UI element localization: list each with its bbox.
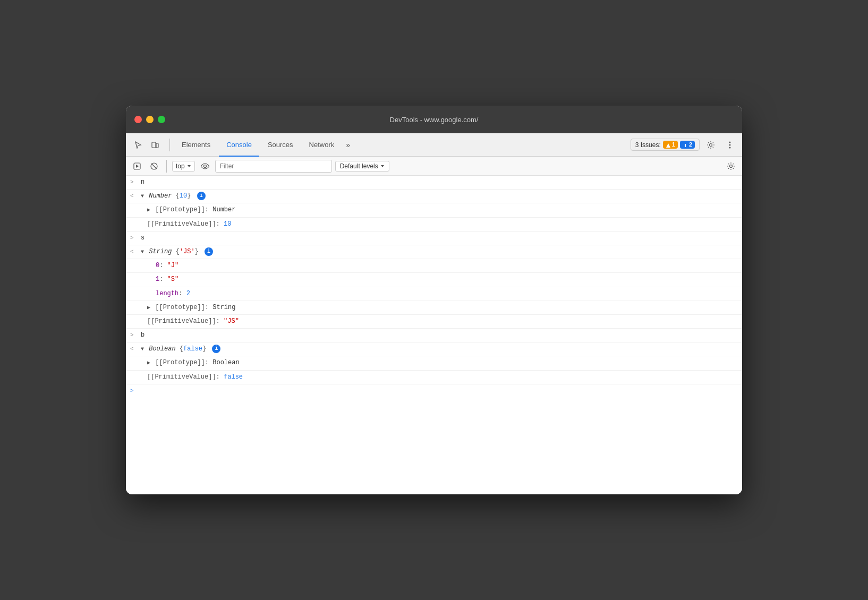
toolbar-right: 3 Issues: 1 2 [631, 137, 738, 153]
run-script-button[interactable] [130, 159, 144, 173]
bool-info-icon[interactable]: i [212, 345, 220, 353]
string-primitive-row: [[PrimitiveValue]]: "JS" [126, 315, 742, 329]
issues-badge[interactable]: 3 Issues: 1 2 [631, 139, 700, 150]
svg-rect-3 [685, 144, 686, 145]
tab-nav: Elements Console Sources Network » [174, 133, 628, 156]
expand-number-prototype[interactable] [147, 205, 150, 215]
expand-string-obj[interactable] [141, 247, 144, 257]
clear-console-button[interactable] [147, 159, 161, 173]
number-class-name: Number [149, 192, 175, 200]
string-prototype-key: [[Prototype]]: [155, 304, 212, 311]
number-primitive-row: [[PrimitiveValue]]: 10 [126, 218, 742, 232]
context-selector[interactable]: top [172, 161, 195, 172]
number-prototype-value: Number [212, 206, 235, 213]
string-length-key: length [156, 290, 178, 297]
tab-console[interactable]: Console [219, 134, 259, 157]
svg-point-4 [710, 143, 712, 146]
cursor-tool-button[interactable] [130, 137, 146, 153]
number-primitive-value: 10 [224, 220, 231, 228]
devtools-window: DevTools - www.google.com/ Elements Cons… [126, 106, 742, 494]
expand-bool-obj[interactable] [141, 344, 144, 354]
string-prototype-row: [[Prototype]]: String [126, 301, 742, 315]
bool-prototype-row: [[Prototype]]: Boolean [126, 356, 742, 370]
expand-bool-prototype[interactable] [147, 358, 150, 368]
svg-line-10 [151, 164, 157, 169]
string-idx1-value: "S" [167, 276, 179, 283]
prompt-arrow: > [130, 387, 134, 396]
filter-input[interactable] [215, 160, 332, 173]
console-toolbar: top Default levels [126, 157, 742, 176]
output-arrow-bool: < [130, 345, 134, 354]
svg-point-11 [203, 165, 206, 167]
settings-button[interactable] [703, 137, 719, 153]
string-value: 'JS' [180, 248, 195, 255]
console-input-n: > n [126, 176, 742, 190]
string-length-row: length: 2 [126, 287, 742, 301]
svg-point-7 [729, 147, 731, 148]
issues-label: 3 Issues: [635, 141, 661, 149]
bool-primitive-row: [[PrimitiveValue]]: false [126, 371, 742, 384]
console-settings-button[interactable] [724, 159, 738, 173]
console-output-number-obj: < Number {10} i [126, 190, 742, 203]
output-arrow-number: < [130, 192, 134, 201]
string-info-icon[interactable]: i [205, 247, 213, 256]
input-arrow-b: > [130, 331, 134, 340]
svg-rect-0 [152, 142, 156, 148]
output-arrow-string: < [130, 247, 134, 257]
input-text-b: b [141, 331, 144, 339]
string-primitive-value: "JS" [224, 318, 239, 325]
svg-point-12 [730, 165, 733, 167]
number-info-icon[interactable]: i [197, 192, 206, 200]
traffic-lights [134, 116, 165, 123]
number-value: 10 [180, 192, 187, 200]
input-arrow-s: > [130, 234, 134, 243]
console-prompt[interactable]: > [126, 384, 742, 391]
fullscreen-button[interactable] [158, 116, 165, 123]
expand-string-prototype[interactable] [147, 303, 150, 313]
string-index1-row: 1: "S" [126, 273, 742, 287]
warning-badge: 1 [663, 141, 678, 148]
number-primitive-key: [[PrimitiveValue]]: [147, 220, 224, 228]
bool-primitive-key: [[PrimitiveValue]]: [147, 373, 224, 381]
string-index0-row: 0: "J" [126, 259, 742, 273]
console-divider [166, 160, 167, 173]
expand-number-obj[interactable] [141, 191, 144, 201]
info-badge: 2 [680, 141, 695, 148]
bool-value: false [183, 345, 202, 353]
toolbar-divider [169, 139, 170, 151]
console-output: > n < Number {10} i [[Prototype]]: Numbe… [126, 176, 742, 494]
number-prototype-key: [[Prototype]]: [155, 206, 212, 213]
console-input-b: > b [126, 329, 742, 342]
string-idx0-value: "J" [167, 262, 179, 269]
string-prototype-value: String [212, 304, 235, 311]
device-toolbar-button[interactable] [147, 137, 163, 153]
input-arrow-n: > [130, 178, 134, 187]
svg-point-6 [729, 144, 731, 145]
close-button[interactable] [134, 116, 142, 123]
bool-prototype-value: Boolean [212, 359, 239, 366]
levels-label: Default levels [340, 162, 378, 170]
titlebar: DevTools - www.google.com/ [126, 106, 742, 133]
svg-rect-1 [156, 143, 158, 148]
context-label: top [176, 162, 185, 170]
more-options-button[interactable] [722, 137, 738, 153]
minimize-button[interactable] [146, 116, 154, 123]
tab-toolbar: Elements Console Sources Network » 3 Iss… [126, 133, 742, 157]
svg-point-5 [729, 141, 731, 143]
console-output-string-obj: < String {'JS'} i [126, 245, 742, 259]
more-tabs-button[interactable]: » [343, 134, 353, 157]
string-length-value: 2 [186, 290, 190, 297]
tab-elements[interactable]: Elements [174, 134, 218, 157]
svg-rect-2 [685, 145, 686, 147]
tab-network[interactable]: Network [302, 134, 342, 157]
input-text-s: s [141, 234, 144, 242]
number-prototype-row: [[Prototype]]: Number [126, 203, 742, 217]
tab-sources[interactable]: Sources [260, 134, 301, 157]
input-text-n: n [141, 178, 144, 186]
console-output-bool-obj: < Boolean {false} i [126, 342, 742, 356]
window-title: DevTools - www.google.com/ [390, 116, 479, 124]
bool-primitive-value: false [224, 373, 243, 381]
toolbar-left [130, 137, 163, 153]
live-expressions-button[interactable] [198, 159, 212, 173]
levels-selector[interactable]: Default levels [335, 161, 389, 172]
